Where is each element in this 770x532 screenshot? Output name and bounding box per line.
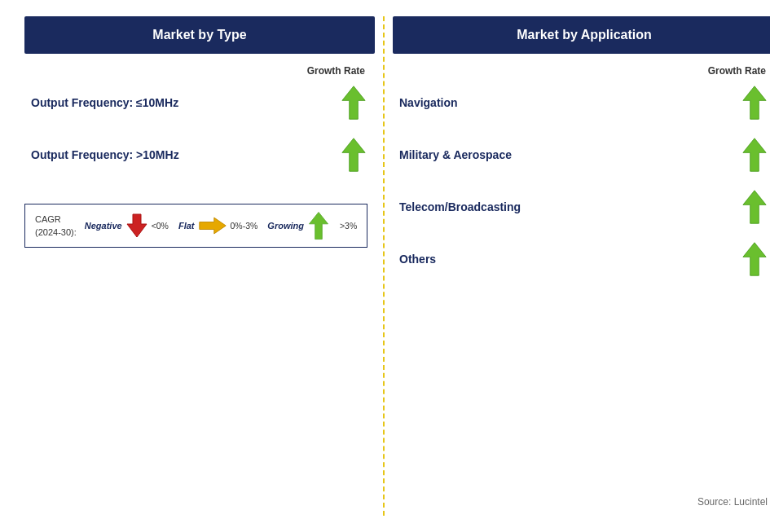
left-item-row-1: Output Frequency: ≤10MHz [24,77,375,129]
source-label: Source: Lucintel [393,496,770,516]
right-item-label-3: Telecom/Broadcasting [399,200,740,213]
svg-marker-5 [743,86,766,119]
left-item-label-1: Output Frequency: ≤10MHz [31,96,339,109]
green-up-arrow-icon-1 [339,85,368,121]
legend-negative: Negative <0% [85,213,169,239]
left-growth-rate-label: Growth Rate [24,65,367,77]
red-down-arrow-icon [125,213,148,239]
green-up-arrow-icon-6 [740,241,769,277]
green-up-arrow-icon-legend [307,211,330,240]
svg-marker-3 [199,218,225,234]
green-up-arrow-icon-5 [740,189,769,225]
legend-box: CAGR (2024-30): Negative <0% Flat 0%-3% [24,204,367,248]
legend-flat-label: Flat [178,221,195,231]
right-panel-header: Market by Application [393,16,770,54]
orange-right-arrow-icon [198,215,227,236]
right-item-row-2: Military & Aerospace [393,129,770,181]
svg-marker-6 [743,138,766,171]
right-growth-rate-label: Growth Rate [393,65,768,77]
svg-marker-7 [743,191,766,223]
legend-growing-label: Growing [267,221,304,231]
right-item-label-4: Others [399,253,740,266]
legend-negative-label: Negative [85,221,122,231]
legend-flat: Flat 0%-3% [178,215,257,236]
green-up-arrow-icon-2 [339,137,368,173]
right-items-container: Navigation Military & Aerospace Telecom/… [393,77,770,516]
right-item-row-3: Telecom/Broadcasting [393,181,770,233]
right-item-row-4: Others [393,233,770,285]
right-item-row-1: Navigation [393,77,770,129]
left-item-row-2: Output Frequency: >10MHz [24,129,375,181]
svg-marker-0 [342,86,365,119]
right-item-label-2: Military & Aerospace [399,148,740,161]
legend-negative-range: <0% [152,221,169,231]
left-item-label-2: Output Frequency: >10MHz [31,148,339,161]
green-up-arrow-icon-4 [740,137,769,173]
left-panel: Market by Type Growth Rate Output Freque… [24,16,375,516]
panel-divider [383,16,385,516]
legend-cagr-label: CAGR (2024-30): [35,213,77,240]
right-panel: Market by Application Growth Rate Naviga… [393,16,770,516]
svg-marker-2 [127,214,147,237]
left-panel-header: Market by Type [24,16,375,54]
legend-flat-range: 0%-3% [231,221,258,231]
svg-marker-4 [309,212,328,239]
svg-marker-1 [342,138,365,171]
legend-growing: Growing >3% [267,211,357,240]
right-item-label-1: Navigation [399,96,740,109]
svg-marker-8 [743,243,766,275]
legend-growing-range: >3% [340,221,357,231]
green-up-arrow-icon-3 [740,85,769,121]
